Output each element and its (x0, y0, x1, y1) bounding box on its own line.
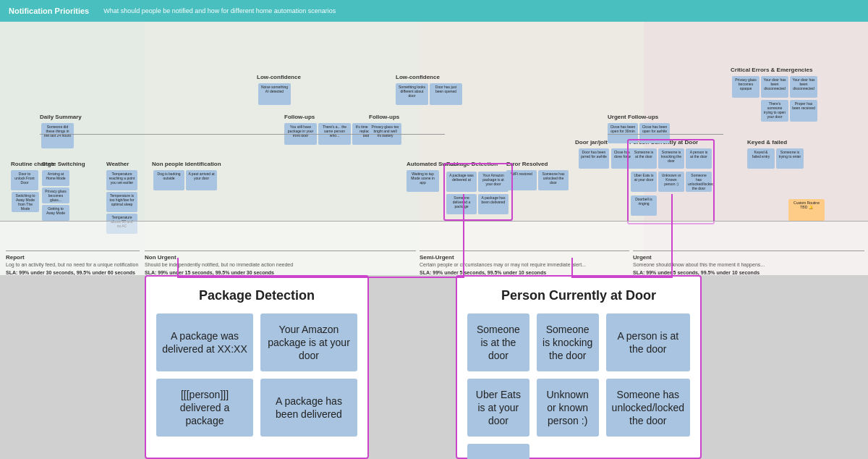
pad-note-3: A person is at the door (606, 313, 690, 371)
lower-section: Package Detection A package was delivere… (0, 275, 868, 459)
mini-note-weather1: Temperature reaching a point you set ear… (106, 170, 137, 190)
cat-door-jarjolt: Door jar/jolt (575, 139, 608, 146)
middle-spacer (383, 275, 441, 459)
pad-note-1: Someone is at the door (467, 313, 529, 371)
pad-note-5: Unknown or known person :) (537, 379, 599, 437)
sla-semi-urgent: Semi-Urgent Certain people or circumstan… (420, 250, 629, 275)
pkg-note-1: A package was delivered at XX:XX (156, 313, 253, 371)
app-title: Notification Priorities (9, 7, 89, 15)
pkg-note-3: [[[person]]] delivered a package (156, 379, 253, 437)
mini-note-routine2: Switching to Away Mode from The Mode (12, 192, 39, 212)
mini-note-routine1: Door to unlock Front Door (11, 170, 38, 190)
pad-note-2: Someone is knocking the door (537, 313, 599, 371)
diagram-package-highlight (443, 163, 513, 221)
mini-note-weather2: Temperature is too high/low for optimal … (106, 192, 137, 212)
sla-non-urgent: Non Urgent Should be independently notif… (145, 250, 416, 275)
package-notes-grid: A package was delivered at XX:XX Your Am… (156, 313, 357, 437)
hline-urgent-followup (608, 134, 723, 135)
mini-critical3: Your door has been disconnected (790, 76, 817, 98)
app-subtitle: What should people be notified and how f… (103, 7, 336, 14)
mini-door1: Door has been jarred for awhile (579, 148, 609, 169)
hline-daily-summary (40, 134, 445, 135)
mini-note-nonpeople1: Dog is barking outside (153, 170, 184, 190)
sla-report: Report Log to an activity feed, but no n… (6, 250, 140, 275)
mini-note-lowconf1: Noise something AI detected (258, 83, 291, 105)
connector-line-person-horizontal (571, 277, 673, 278)
connector-line-pkg-vertical (463, 194, 464, 277)
mini-critical5: Proper has been received (790, 100, 817, 122)
person-at-door-title: Person Currently at Door (467, 288, 690, 303)
cat-critical: Critical Errors & Emergencies (731, 67, 812, 73)
mini-critical4: There's someone trying to open your door (761, 100, 788, 122)
cat-keyed-failed: Keyed & failed (747, 139, 787, 146)
person-at-door-card: Person Currently at Door Someone is at t… (456, 275, 702, 459)
diagram-area: Low-confidence Low-confidence Critical E… (0, 22, 868, 275)
pkg-note-2: Your Amazon package is at your door (260, 313, 357, 371)
pkg-note-4: A package has been delivered (260, 379, 357, 437)
cat-daily-summary: Daily Summary (40, 114, 82, 120)
cat-low-confidence1: Low-confidence (257, 74, 301, 80)
mini-note-state3: Getting to Away Mode (42, 205, 69, 221)
package-detection-title: Package Detection (156, 288, 357, 303)
pad-empty-cell2 (606, 444, 690, 459)
pad-note-6: Someone has unlocked/locked the door (606, 379, 690, 437)
mini-note-state1: Arriving at Home Mode (42, 170, 69, 186)
sla-urgent: Urgent Someone should know about this th… (633, 250, 864, 275)
package-detection-card: Package Detection A package was delivere… (145, 275, 369, 459)
mini-critical1: Privacy glass becomes opaque (732, 76, 760, 98)
cat-follow-ups2: Follow-ups (369, 114, 399, 120)
pad-note-4: Uber Eats is at your door (467, 379, 529, 437)
connector-line-person-vertical (671, 194, 673, 277)
cat-weather: Weather (106, 161, 129, 167)
cat-follow-ups1: Follow-ups (284, 114, 315, 120)
cat-urgent-follow: Urgent Follow-ups (608, 114, 658, 120)
mini-note-autoswitch: Waiting to tap Mode scene in app (407, 170, 439, 192)
mini-note-lowconf2: Something looks different about door (396, 83, 428, 105)
header-bar: Notification Priorities What should peop… (0, 0, 868, 22)
mini-keyed2: Someone is trying to enter (776, 148, 804, 169)
cat-state-switch: State Switching (42, 161, 85, 167)
connector-line-pkg-horizontal (177, 277, 464, 278)
mini-critical2: Your door has been disconnected (761, 76, 788, 98)
connector-line-person-v2 (571, 258, 573, 278)
mini-note-state2: Privacy glass becomes glass... (42, 188, 69, 203)
mini-note-nonpeople2: A pest arrived at your door (186, 170, 217, 190)
mini-note-daily: Someone did these things in the last 24 … (41, 123, 74, 148)
cat-low-confidence2: Low-confidence (396, 74, 440, 80)
person-notes-grid: Someone is at the door Someone is knocki… (467, 313, 690, 459)
left-spacer (14, 275, 130, 459)
pad-empty-cell (537, 444, 599, 459)
mini-keyed1: Keyed & failed entry (747, 148, 775, 169)
pad-note-7: Doorbell is ringing (467, 444, 529, 459)
cat-non-people: Non people Identification (152, 161, 221, 167)
mini-custom-routine: Custom Routine TBD 🔔 (788, 199, 825, 221)
connector-line-pkg-v2 (177, 258, 179, 278)
mini-note-lowconf3: Door has just been opened (430, 83, 462, 105)
mini-error2: Someone has unlocked the door (538, 170, 569, 190)
